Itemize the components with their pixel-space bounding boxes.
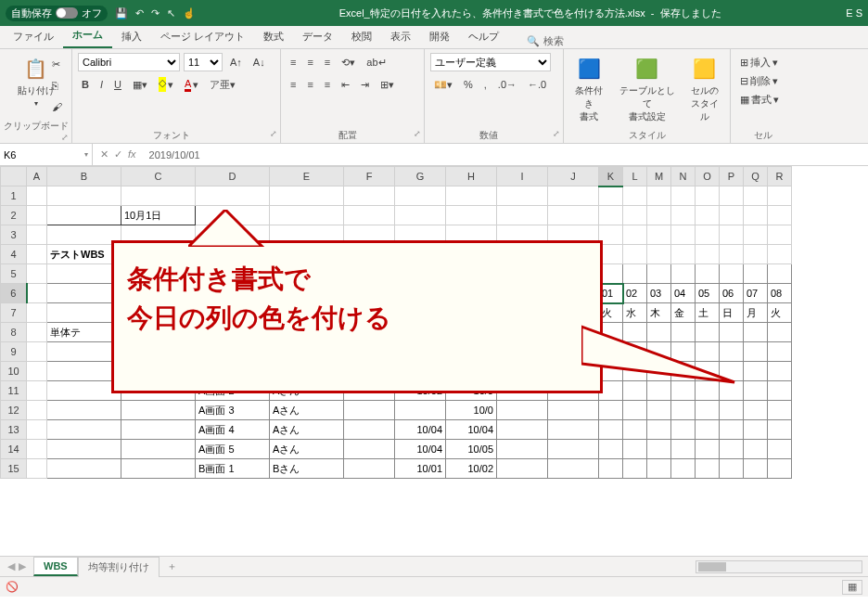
cell-styles-button[interactable]: 🟨 セルの スタイル xyxy=(684,53,724,125)
sheet-tab-wbs[interactable]: WBS xyxy=(33,557,78,576)
dialog-launcher-icon[interactable]: ⤢ xyxy=(270,129,277,138)
row-header[interactable]: 5 xyxy=(1,264,27,284)
table-cell[interactable]: A画面 3 xyxy=(196,401,270,420)
table-cell[interactable]: 10/04 xyxy=(446,420,497,440)
table-cell[interactable]: 10/01 xyxy=(395,459,446,479)
tab-formulas[interactable]: 数式 xyxy=(254,25,293,48)
decrease-decimal-button[interactable]: ←.0 xyxy=(524,75,550,94)
tab-view[interactable]: 表示 xyxy=(381,25,420,48)
undo-icon[interactable]: ↶ xyxy=(135,7,144,19)
cut-button[interactable]: ✂ xyxy=(48,55,66,73)
table-cell[interactable]: Bさん xyxy=(270,459,344,479)
tab-review[interactable]: 校閲 xyxy=(342,25,381,48)
fx-icon[interactable]: fx xyxy=(128,148,136,161)
table-cell[interactable]: A画面 5 xyxy=(196,440,270,459)
redo-icon[interactable]: ↷ xyxy=(151,7,160,19)
row-header[interactable]: 6 xyxy=(1,284,27,303)
weekday-header-cell[interactable]: 火 xyxy=(768,303,792,323)
align-middle-button[interactable]: ≡ xyxy=(303,53,316,71)
cancel-icon[interactable]: ✕ xyxy=(100,148,108,161)
percent-button[interactable]: % xyxy=(460,75,477,94)
tab-developer[interactable]: 開発 xyxy=(420,25,459,48)
weekday-header-cell[interactable]: 月 xyxy=(744,303,768,323)
table-cell[interactable] xyxy=(395,401,446,420)
day-header-cell[interactable]: 07 xyxy=(744,284,768,303)
col-header[interactable]: L xyxy=(623,167,647,186)
col-header[interactable]: K xyxy=(599,167,623,186)
enter-icon[interactable]: ✓ xyxy=(114,148,122,161)
view-normal-button[interactable]: ▦ xyxy=(842,580,862,595)
align-top-button[interactable]: ≡ xyxy=(287,53,300,71)
sheet-tab-other[interactable]: 均等割り付け xyxy=(78,557,160,577)
align-center-button[interactable]: ≡ xyxy=(303,75,316,94)
col-header[interactable]: R xyxy=(768,167,792,186)
merge-button[interactable]: ⊞▾ xyxy=(377,75,398,94)
today-label-cell[interactable]: 本日 xyxy=(47,206,121,225)
row-header[interactable]: 12 xyxy=(1,401,27,420)
sheet-nav-prev-icon[interactable]: ◀ xyxy=(7,560,15,572)
wrap-text-button[interactable]: ab↵ xyxy=(363,53,389,71)
row-header[interactable]: 2 xyxy=(1,206,27,225)
table-cell[interactable]: 10/02 xyxy=(446,459,497,479)
tab-data[interactable]: データ xyxy=(293,25,342,48)
row-header[interactable]: 8 xyxy=(1,323,27,342)
today-date-cell[interactable]: 10月1日 xyxy=(121,206,196,225)
increase-decimal-button[interactable]: .0→ xyxy=(494,75,520,94)
table-cell[interactable]: 10/04 xyxy=(395,420,446,440)
day-header-cell[interactable]: 08 xyxy=(768,284,792,303)
col-header[interactable]: O xyxy=(696,167,720,186)
table-cell[interactable]: A画面 4 xyxy=(196,420,270,440)
increase-indent-button[interactable]: ⇥ xyxy=(357,75,373,94)
chevron-down-icon[interactable]: ▾ xyxy=(84,150,88,159)
format-painter-button[interactable]: 🖌 xyxy=(48,97,66,116)
tab-home[interactable]: ホーム xyxy=(63,23,112,48)
col-header[interactable]: Q xyxy=(744,167,768,186)
select-all-button[interactable] xyxy=(1,167,27,186)
worksheet-grid[interactable]: A B C D E F G H I J K L M N O P Q R 1 2 … xyxy=(0,166,868,556)
col-header[interactable]: G xyxy=(395,167,446,186)
name-box-input[interactable] xyxy=(4,149,59,161)
dialog-launcher-icon[interactable]: ⤢ xyxy=(61,133,69,142)
number-format-select[interactable]: ユーザー定義 xyxy=(430,53,551,71)
delete-cells-button[interactable]: ⊟ 削除▾ xyxy=(736,71,790,90)
col-header[interactable]: P xyxy=(720,167,744,186)
phonetic-button[interactable]: ア亜▾ xyxy=(206,75,239,94)
row-header[interactable]: 3 xyxy=(1,225,27,245)
autosave-toggle[interactable]: 自動保存 オフ xyxy=(6,6,108,21)
row-header[interactable]: 10 xyxy=(1,362,27,381)
currency-button[interactable]: 💴▾ xyxy=(430,75,456,94)
pointer-icon[interactable]: ↖ xyxy=(167,7,175,19)
row-header[interactable]: 7 xyxy=(1,303,27,323)
comma-button[interactable]: , xyxy=(480,75,491,94)
col-header[interactable]: D xyxy=(196,167,270,186)
align-right-button[interactable]: ≡ xyxy=(321,75,334,94)
row-header[interactable]: 13 xyxy=(1,420,27,440)
search-box[interactable]: 🔍 検索 xyxy=(527,34,564,48)
row-header[interactable]: 1 xyxy=(1,186,27,206)
dialog-launcher-icon[interactable]: ⤢ xyxy=(553,129,560,138)
border-button[interactable]: ▦▾ xyxy=(129,75,151,94)
formula-input[interactable] xyxy=(144,149,868,161)
bold-button[interactable]: B xyxy=(78,75,93,94)
col-header[interactable]: I xyxy=(497,167,548,186)
copy-button[interactable]: ⎘ xyxy=(48,76,66,95)
tab-file[interactable]: ファイル xyxy=(4,25,63,48)
italic-button[interactable]: I xyxy=(96,75,107,94)
decrease-indent-button[interactable]: ⇤ xyxy=(338,75,353,94)
row-header[interactable]: 11 xyxy=(1,381,27,401)
col-header[interactable]: J xyxy=(548,167,599,186)
scrollbar-thumb[interactable] xyxy=(698,562,726,572)
row-header[interactable]: 15 xyxy=(1,459,27,479)
font-size-select[interactable]: 11 xyxy=(184,53,223,71)
col-header[interactable]: H xyxy=(446,167,497,186)
col-header[interactable]: M xyxy=(647,167,671,186)
orientation-button[interactable]: ⟲▾ xyxy=(338,53,359,71)
table-cell[interactable]: B画面 1 xyxy=(196,459,270,479)
font-name-select[interactable]: Calibri xyxy=(78,53,180,71)
underline-button[interactable]: U xyxy=(110,75,125,94)
col-header[interactable]: N xyxy=(671,167,696,186)
format-as-table-button[interactable]: 🟩 テーブルとして 書式設定 xyxy=(615,53,679,125)
align-left-button[interactable]: ≡ xyxy=(287,75,300,94)
sheet-nav-next-icon[interactable]: ▶ xyxy=(19,560,26,572)
save-icon[interactable]: 💾 xyxy=(115,7,128,19)
